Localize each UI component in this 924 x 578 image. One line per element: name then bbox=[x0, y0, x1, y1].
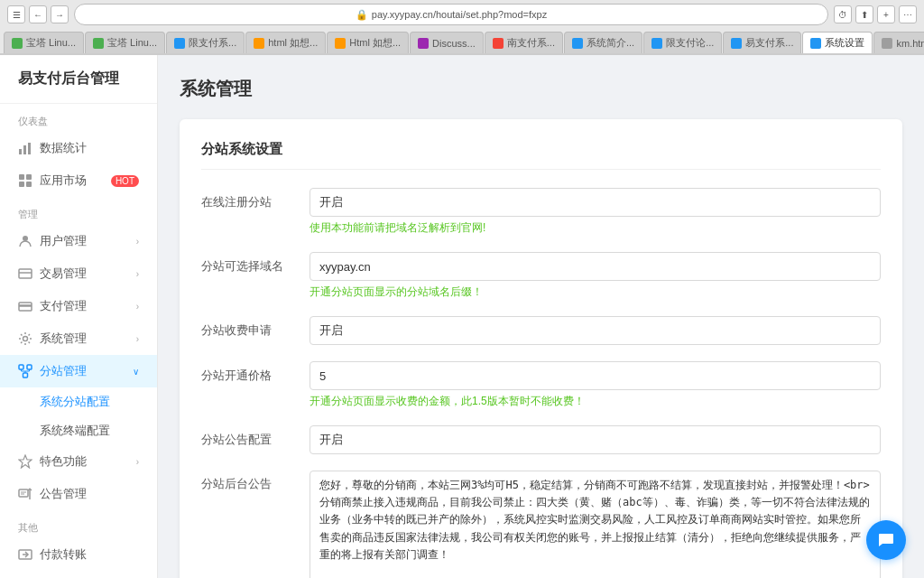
user-arrow: › bbox=[136, 237, 139, 247]
notice-config-input[interactable] bbox=[310, 425, 881, 454]
svg-point-7 bbox=[23, 236, 28, 241]
browser-actions: ⏱ ⬆ + ⋯ bbox=[834, 5, 917, 23]
sidebar-item-market[interactable]: 应用市场 HOT bbox=[0, 164, 157, 197]
market-icon bbox=[18, 173, 32, 188]
feature-icon bbox=[18, 454, 32, 469]
market-badge: HOT bbox=[111, 175, 139, 187]
field-fee-apply-label: 分站收费申请 bbox=[201, 316, 310, 339]
browser-controls: ☰ ← → bbox=[7, 5, 69, 23]
sidebar-item-feature-label: 特色功能 bbox=[40, 453, 87, 470]
pay-arrow: › bbox=[136, 302, 139, 312]
forward-btn[interactable]: → bbox=[51, 5, 69, 23]
browser-tab[interactable]: 南支付系... bbox=[485, 32, 563, 53]
svg-rect-4 bbox=[26, 174, 32, 180]
announce-icon bbox=[18, 487, 32, 501]
app-container: 易支付后台管理 仪表盘 数据统计 应用市场 HOT 管理 用户管理 › bbox=[0, 55, 924, 578]
svg-rect-8 bbox=[19, 269, 32, 278]
sidebar-item-system[interactable]: 系统管理 › bbox=[0, 322, 157, 355]
sidebar-item-feature[interactable]: 特色功能 › bbox=[0, 445, 157, 478]
share-btn[interactable]: ⬆ bbox=[855, 5, 873, 23]
field-online-register-label: 在线注册分站 bbox=[201, 188, 310, 210]
sidebar-section-other: 其他 bbox=[0, 510, 157, 538]
sidebar-item-trade[interactable]: 交易管理 › bbox=[0, 257, 157, 290]
fee-apply-input[interactable] bbox=[310, 316, 881, 345]
field-open-price-label: 分站开通价格 bbox=[201, 361, 310, 384]
browser-tab[interactable]: 宝塔 Linu... bbox=[4, 32, 84, 53]
field-backend-notice: 分站后台公告 您好，尊敬的分销商，本站三网3%均可H5，稳定结算，分销商不可跑路… bbox=[201, 471, 881, 578]
sidebar-item-branch-label: 分站管理 bbox=[40, 363, 87, 379]
field-notice-config: 分站公告配置 bbox=[201, 425, 881, 454]
browser-tab[interactable]: html 如想... bbox=[245, 32, 326, 53]
browser-tab[interactable]: 系统简介... bbox=[564, 32, 642, 53]
url-text: pay.xyypay.cn/houtai/set.php?mod=fxpz bbox=[372, 9, 547, 20]
sidebar-item-stats-label: 数据统计 bbox=[40, 140, 87, 156]
branch-icon bbox=[18, 364, 32, 378]
back-btn[interactable]: ← bbox=[29, 5, 47, 23]
browser-tab[interactable]: 限支付系... bbox=[166, 32, 245, 53]
sidebar-item-market-label: 应用市场 bbox=[40, 172, 87, 189]
backend-notice-textarea[interactable]: 您好，尊敬的分销商，本站三网3%均可H5，稳定结算，分销商不可跑路不结算，发现直… bbox=[310, 471, 881, 578]
browser-tab[interactable]: 限支付论... bbox=[643, 32, 722, 53]
history-btn[interactable]: ⏱ bbox=[834, 5, 852, 23]
svg-rect-5 bbox=[19, 182, 24, 187]
browser-tab[interactable]: 易支付系... bbox=[723, 32, 801, 53]
sidebar-item-risk[interactable]: 风控记录 bbox=[0, 571, 157, 578]
sidebar-sub-sys-terminal[interactable]: 系统终端配置 bbox=[40, 416, 157, 445]
svg-marker-20 bbox=[19, 455, 32, 468]
browser-chrome: ☰ ← → 🔒 pay.xyypay.cn/houtai/set.php?mod… bbox=[0, 0, 924, 55]
settings-card: 分站系统设置 在线注册分站 使用本功能前请把域名泛解析到官网! 分站可选择域名 … bbox=[180, 119, 902, 578]
pay-icon bbox=[18, 299, 32, 313]
online-register-hint: 使用本功能前请把域名泛解析到官网! bbox=[310, 220, 881, 236]
sidebar: 易支付后台管理 仪表盘 数据统计 应用市场 HOT 管理 用户管理 › bbox=[0, 55, 158, 578]
domain-input[interactable] bbox=[310, 252, 881, 281]
sidebar-logo: 易支付后台管理 bbox=[0, 55, 157, 104]
field-domain-control: 开通分站页面显示的分站域名后缀！ bbox=[310, 252, 881, 300]
browser-tab[interactable]: Discuss... bbox=[410, 32, 484, 53]
browser-tab[interactable]: 系统设置 bbox=[802, 32, 873, 53]
browser-tab[interactable]: 宝塔 Linu... bbox=[85, 32, 165, 53]
address-bar[interactable]: 🔒 pay.xyypay.cn/houtai/set.php?mod=fxpz bbox=[74, 4, 828, 25]
transfer-icon bbox=[18, 547, 32, 562]
field-open-price: 分站开通价格 开通分站页面显示收费的金额，此1.5版本暂时不能收费！ bbox=[201, 361, 881, 409]
sidebar-sub-sys-branch[interactable]: 系统分站配置 bbox=[40, 387, 157, 416]
sidebar-item-transfer[interactable]: 付款转账 bbox=[0, 538, 157, 571]
sidebar-item-announce-label: 公告管理 bbox=[40, 486, 87, 502]
field-fee-apply: 分站收费申请 bbox=[201, 316, 881, 345]
trade-arrow: › bbox=[136, 269, 139, 279]
svg-rect-3 bbox=[19, 174, 24, 180]
chat-button[interactable] bbox=[866, 520, 906, 560]
page-title: 系统管理 bbox=[180, 77, 902, 101]
sidebar-item-stats[interactable]: 数据统计 bbox=[0, 132, 157, 164]
sidebar-item-branch[interactable]: 分站管理 ∨ bbox=[0, 355, 157, 387]
svg-rect-1 bbox=[23, 145, 26, 154]
svg-rect-14 bbox=[27, 365, 32, 369]
open-price-hint: 开通分站页面显示收费的金额，此1.5版本暂时不能收费！ bbox=[310, 394, 881, 409]
field-backend-notice-control: 您好，尊敬的分销商，本站三网3%均可H5，稳定结算，分销商不可跑路不结算，发现直… bbox=[310, 471, 881, 578]
svg-point-12 bbox=[23, 337, 28, 341]
field-domain: 分站可选择域名 开通分站页面显示的分站域名后缀！ bbox=[201, 252, 881, 300]
sidebar-section-manage: 管理 bbox=[0, 197, 157, 225]
window-menu-btn[interactable]: ☰ bbox=[7, 5, 25, 23]
svg-rect-2 bbox=[28, 143, 31, 154]
sidebar-item-trade-label: 交易管理 bbox=[40, 266, 87, 282]
field-open-price-control: 开通分站页面显示收费的金额，此1.5版本暂时不能收费！ bbox=[310, 361, 881, 409]
field-domain-label: 分站可选择域名 bbox=[201, 252, 310, 275]
browser-toolbar: ☰ ← → 🔒 pay.xyypay.cn/houtai/set.php?mod… bbox=[0, 0, 924, 29]
more-btn[interactable]: ⋯ bbox=[899, 5, 917, 23]
browser-tab[interactable]: Html 如想... bbox=[327, 32, 409, 53]
svg-rect-13 bbox=[19, 365, 23, 369]
sidebar-item-system-label: 系统管理 bbox=[40, 331, 87, 347]
sidebar-item-pay[interactable]: 支付管理 › bbox=[0, 290, 157, 322]
open-price-input[interactable] bbox=[310, 361, 881, 390]
branch-arrow: ∨ bbox=[133, 367, 139, 377]
user-icon bbox=[18, 234, 32, 248]
browser-tab[interactable]: km.html bbox=[873, 32, 924, 53]
svg-rect-15 bbox=[23, 373, 28, 378]
online-register-input[interactable] bbox=[310, 188, 881, 217]
field-online-register: 在线注册分站 使用本功能前请把域名泛解析到官网! bbox=[201, 188, 881, 236]
sidebar-item-user[interactable]: 用户管理 › bbox=[0, 225, 157, 257]
new-tab-btn[interactable]: + bbox=[877, 5, 895, 23]
trade-icon bbox=[18, 266, 32, 281]
sidebar-item-transfer-label: 付款转账 bbox=[40, 546, 87, 563]
sidebar-item-announce[interactable]: 公告管理 bbox=[0, 478, 157, 510]
